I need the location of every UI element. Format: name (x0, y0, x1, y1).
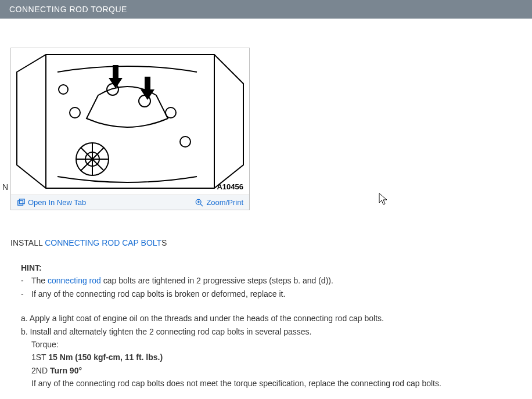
content-area: N (0, 48, 532, 390)
torque-2: 2ND Turn 90° (31, 364, 522, 377)
hint-item-2-text: If any of the connecting rod cap bolts i… (31, 287, 285, 300)
svg-point-2 (70, 107, 80, 118)
hint-label: HINT: (21, 261, 522, 274)
step-a: a. Apply a light coat of engine oil on t… (21, 312, 522, 325)
svg-rect-8 (18, 200, 23, 205)
engine-diagram (11, 48, 249, 195)
bullet-dash: - (21, 287, 31, 300)
torque-2-value: Turn 90° (50, 366, 82, 375)
open-in-new-tab-link[interactable]: Open In New Tab (17, 198, 86, 207)
install-link[interactable]: CONNECTING ROD CAP BOLT (45, 238, 161, 247)
svg-point-7 (59, 85, 68, 94)
diagram-ref-label: A10456 (217, 182, 243, 191)
connecting-rod-link[interactable]: connecting rod (48, 276, 101, 285)
section-header: CONNECTING ROD TORQUE (0, 0, 532, 19)
step-b: b. Install and alternately tighten the 2… (21, 325, 522, 338)
svg-point-5 (166, 107, 176, 118)
diagram-area: A10456 (11, 48, 249, 195)
hint1-pre: The (31, 276, 48, 285)
install-heading: INSTALL CONNECTING ROD CAP BOLTS (10, 238, 522, 247)
hint1-post: cap bolts are tightened in 2 progressive… (101, 276, 333, 285)
image-toolbar: Open In New Tab Zoom/Print (11, 195, 249, 210)
torque-2-pre: 2ND (31, 366, 50, 375)
diagram-container: A10456 Open In New Tab Zoom/Print (10, 48, 250, 210)
step-a-text: a. Apply a light coat of engine oil on t… (21, 312, 384, 325)
torque-label: Torque: (31, 338, 522, 351)
hint-item-1: - The connecting rod cap bolts are tight… (21, 274, 522, 287)
torque-1-value: 15 Nm (150 kgf-cm, 11 ft. lbs.) (48, 353, 163, 362)
step-b-text: b. Install and alternately tighten the 2… (21, 325, 311, 338)
torque-1-pre: 1ST (31, 353, 48, 362)
torque-note: If any of the connecting rod cap bolts d… (31, 377, 522, 390)
zoom-print-label: Zoom/Print (206, 198, 243, 207)
zoom-print-link[interactable]: Zoom/Print (195, 198, 243, 207)
hint-item-2: - If any of the connecting rod cap bolts… (21, 287, 522, 300)
svg-point-6 (180, 136, 190, 147)
magnify-plus-icon (195, 199, 203, 207)
hint-block: HINT: - The connecting rod cap bolts are… (21, 261, 522, 300)
section-header-title: CONNECTING ROD TORQUE (9, 5, 127, 14)
svg-line-11 (201, 204, 203, 206)
svg-rect-9 (19, 199, 24, 203)
open-in-new-tab-label: Open In New Tab (28, 198, 86, 207)
steps-block: a. Apply a light coat of engine oil on t… (21, 312, 522, 390)
side-mark: N (2, 182, 8, 192)
hint-item-1-text: The connecting rod cap bolts are tighten… (31, 274, 333, 287)
bullet-dash: - (21, 274, 31, 287)
torque-1: 1ST 15 Nm (150 kgf-cm, 11 ft. lbs.) (31, 351, 522, 364)
new-tab-icon (17, 199, 25, 207)
install-prefix: INSTALL (10, 238, 45, 247)
install-suffix: S (161, 238, 167, 247)
